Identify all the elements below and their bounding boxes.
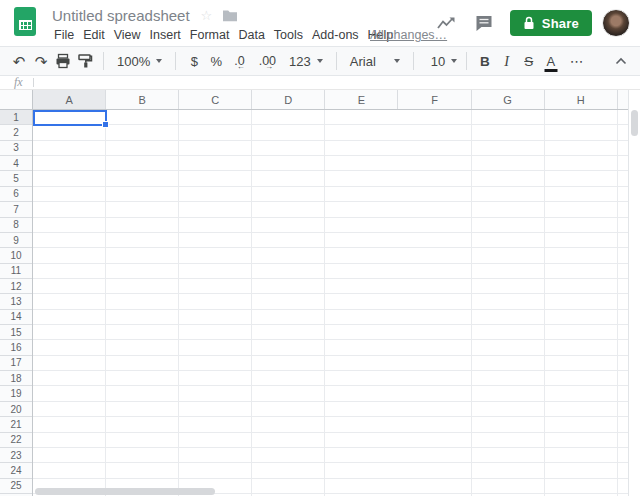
- menu-item[interactable]: Format: [188, 28, 232, 42]
- user-avatar[interactable]: [602, 9, 630, 37]
- row-header[interactable]: 4: [0, 156, 32, 171]
- comment-icon[interactable]: [472, 11, 496, 35]
- chevron-down-icon: [317, 59, 323, 63]
- toolbar-separator: [466, 52, 467, 70]
- row-header[interactable]: 5: [0, 171, 32, 186]
- toolbar-separator: [336, 52, 337, 70]
- print-button[interactable]: [52, 49, 74, 73]
- folder-icon[interactable]: [222, 9, 238, 22]
- toolbar-separator: [413, 52, 414, 70]
- italic-button[interactable]: I: [496, 49, 518, 73]
- row-header[interactable]: 6: [0, 187, 32, 202]
- column-headers: ABCDEFGH: [33, 90, 628, 110]
- row-header[interactable]: 16: [0, 340, 32, 355]
- document-title[interactable]: Untitled spreadsheet: [52, 7, 190, 24]
- text-color-button[interactable]: A: [540, 49, 562, 73]
- row-header[interactable]: 1: [0, 110, 32, 125]
- row-header[interactable]: 2: [0, 125, 32, 140]
- menu-item[interactable]: Tools: [272, 28, 305, 42]
- column-header[interactable]: B: [106, 90, 179, 109]
- spreadsheet-grid: ABCDEFGH 1234567891011121314151617181920…: [0, 90, 640, 496]
- font-family-select[interactable]: Arial: [344, 49, 406, 73]
- row-header[interactable]: 12: [0, 279, 32, 294]
- app-header: Untitled spreadsheet ☆ FileEditViewInser…: [0, 0, 640, 46]
- font-size-value: 10: [431, 54, 445, 69]
- strikethrough-button[interactable]: S: [518, 49, 540, 73]
- row-header[interactable]: 10: [0, 248, 32, 263]
- fx-icon: fx: [14, 75, 23, 90]
- redo-button[interactable]: ↷: [30, 49, 52, 73]
- lock-icon: [523, 16, 535, 30]
- column-header[interactable]: F: [398, 90, 471, 109]
- selected-cell-a1[interactable]: [33, 110, 107, 126]
- zoom-select[interactable]: 100%: [111, 49, 168, 73]
- row-header[interactable]: 20: [0, 402, 32, 417]
- more-formats-button[interactable]: 123: [283, 49, 329, 73]
- print-icon: [55, 53, 71, 69]
- row-header[interactable]: 17: [0, 356, 32, 371]
- decrease-decimal-button[interactable]: .0 ←: [227, 54, 251, 68]
- column-header[interactable]: C: [179, 90, 252, 109]
- header-right: Share: [434, 0, 630, 46]
- menu-item[interactable]: Data: [236, 28, 266, 42]
- undo-button[interactable]: ↶: [8, 49, 30, 73]
- chevron-down-icon: [451, 59, 457, 63]
- chevron-down-icon: [394, 59, 400, 63]
- formula-bar: fx: [0, 76, 640, 90]
- share-button[interactable]: Share: [510, 10, 592, 36]
- vertical-scrollbar[interactable]: [628, 90, 640, 496]
- star-icon[interactable]: ☆: [201, 8, 213, 23]
- formula-input[interactable]: [34, 77, 640, 89]
- row-header[interactable]: 13: [0, 294, 32, 309]
- increase-decimal-button[interactable]: .00 →: [252, 54, 283, 68]
- menu-item[interactable]: File: [52, 28, 76, 42]
- row-header[interactable]: 3: [0, 141, 32, 156]
- menu-item[interactable]: Edit: [81, 28, 107, 42]
- bold-button[interactable]: B: [474, 49, 496, 73]
- undo-icon: ↶: [13, 54, 26, 69]
- sheets-logo-grid: [19, 20, 32, 30]
- fill-handle[interactable]: [102, 121, 109, 128]
- font-family-value: Arial: [350, 54, 376, 69]
- column-header[interactable]: D: [252, 90, 325, 109]
- vertical-scrollbar-thumb[interactable]: [631, 110, 638, 136]
- column-header[interactable]: E: [325, 90, 398, 109]
- cells-area[interactable]: [33, 110, 628, 496]
- chevron-up-icon: [615, 57, 627, 65]
- font-size-select[interactable]: 10: [421, 49, 459, 73]
- toolbar-separator: [103, 52, 104, 70]
- column-header[interactable]: A: [33, 90, 106, 109]
- row-header[interactable]: 15: [0, 325, 32, 340]
- format-currency-button[interactable]: $: [183, 49, 205, 73]
- menu-item[interactable]: View: [112, 28, 143, 42]
- column-header[interactable]: G: [472, 90, 545, 109]
- more-toolbar-button[interactable]: ⋯: [570, 53, 585, 69]
- title-row: Untitled spreadsheet ☆: [52, 5, 238, 25]
- row-header[interactable]: 24: [0, 463, 32, 478]
- format-percent-button[interactable]: %: [205, 49, 227, 73]
- row-header[interactable]: 19: [0, 386, 32, 401]
- row-header[interactable]: 8: [0, 218, 32, 233]
- row-header[interactable]: 25: [0, 479, 32, 494]
- horizontal-scrollbar-thumb[interactable]: [35, 488, 215, 495]
- row-header[interactable]: 7: [0, 202, 32, 217]
- row-headers: 1234567891011121314151617181920212223242…: [0, 110, 33, 496]
- sheets-logo-icon[interactable]: [14, 7, 36, 36]
- collapse-toolbar-button[interactable]: [610, 49, 632, 73]
- row-header[interactable]: 9: [0, 233, 32, 248]
- row-header[interactable]: 21: [0, 417, 32, 432]
- share-button-label: Share: [542, 16, 579, 31]
- row-header[interactable]: 23: [0, 448, 32, 463]
- arrow-left-icon: ←: [237, 62, 245, 71]
- text-color-swatch: [544, 69, 557, 72]
- row-header[interactable]: 11: [0, 264, 32, 279]
- column-header[interactable]: H: [545, 90, 618, 109]
- paint-format-button[interactable]: [74, 49, 96, 73]
- menu-item[interactable]: Insert: [148, 28, 183, 42]
- explore-trend-icon[interactable]: [434, 11, 458, 35]
- menu-item[interactable]: Add-ons: [310, 28, 361, 42]
- row-header[interactable]: 18: [0, 371, 32, 386]
- row-header[interactable]: 22: [0, 433, 32, 448]
- row-header[interactable]: 14: [0, 310, 32, 325]
- select-all-corner[interactable]: [0, 90, 33, 110]
